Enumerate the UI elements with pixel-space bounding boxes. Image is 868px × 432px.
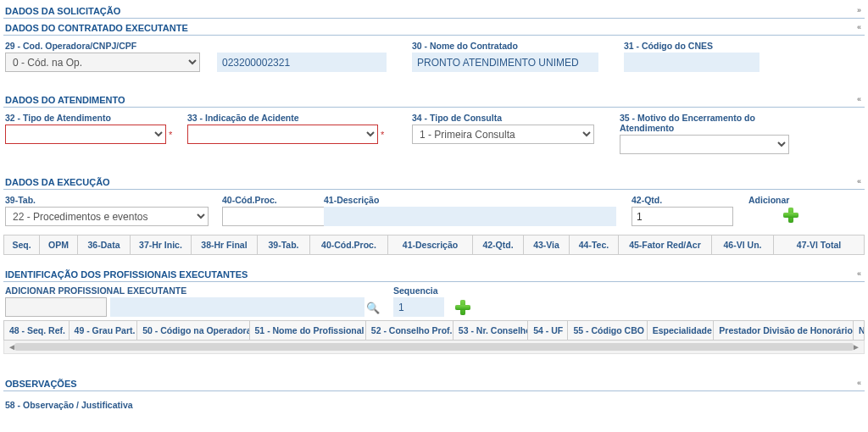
label-35: 35 - Motivo do Encerramento do Atendimen…: [620, 113, 789, 133]
th-52-conselho: 52 - Conselho Prof.: [366, 321, 453, 340]
label-58: 58 - Observação / Justificativa: [3, 400, 865, 410]
th-43-via: 43-Via: [524, 235, 570, 254]
label-41desc: 41-Descrição: [324, 195, 616, 205]
search-icon[interactable]: 🔍: [366, 302, 380, 314]
th-47-vltot: 47-Vl Total: [774, 235, 864, 254]
section-observacoes[interactable]: OBSERVAÇÕES «: [3, 376, 865, 391]
th-46-vlun: 46-Vl Un.: [712, 235, 774, 254]
th-55-cbo: 55 - Código CBO: [568, 321, 647, 340]
required-mark: *: [381, 130, 384, 140]
collapse-icon[interactable]: «: [857, 177, 861, 186]
label-adicionar: Adicionar: [748, 195, 799, 205]
label-29b: [217, 41, 387, 51]
label-32: 32 - Tipo de Atendimento: [5, 113, 175, 123]
section-title: DADOS DA EXECUÇÃO: [5, 177, 110, 187]
select-cod-operadora-tipo[interactable]: 0 - Cód. na Op.: [5, 53, 200, 72]
input-40-cod-proc[interactable]: [222, 207, 341, 226]
select-tipo-atendimento[interactable]: [5, 125, 166, 144]
horizontal-scrollbar[interactable]: ◄ ►: [3, 341, 865, 354]
section-contratado-executante[interactable]: DADOS DO CONTRATADO EXECUTANTE «: [3, 20, 865, 36]
select-tipo-consulta[interactable]: 1 - Primeira Consulta: [412, 125, 594, 144]
th-40-codproc: 40-Cód.Proc.: [310, 235, 388, 254]
th-opm: OPM: [40, 235, 78, 254]
th-37-hrinic: 37-Hr Inic.: [131, 235, 192, 254]
section-profissionais[interactable]: IDENTIFICAÇÃO DOS PROFISSIONAIS EXECUTAN…: [3, 267, 865, 282]
th-53-nrcons: 53 - Nr. Conselho: [453, 321, 528, 340]
section-dados-atendimento[interactable]: DADOS DO ATENDIMENTO «: [3, 92, 865, 108]
section-title: OBSERVAÇÕES: [5, 379, 77, 389]
label-sequencia: Sequencia: [393, 285, 444, 296]
nome-contratado: [412, 53, 598, 72]
descricao-41: [324, 207, 616, 226]
th-prestdiv: Prestador Divisão de Honorários: [714, 321, 854, 340]
prof-nome: [110, 297, 364, 317]
add-icon[interactable]: [782, 207, 799, 224]
label-29: 29 - Cod. Operadora/CNPJ/CPF: [5, 41, 200, 51]
label-30: 30 - Nome do Contratado: [412, 41, 598, 51]
input-prof-codigo[interactable]: [5, 297, 107, 317]
execucao-table-header: Seq. OPM 36-Data 37-Hr Inic. 38-Hr Final…: [3, 235, 865, 255]
collapse-icon[interactable]: «: [857, 379, 861, 387]
th-seq: Seq.: [4, 235, 40, 254]
th-nomep: Nome Pr: [854, 321, 864, 340]
th-44-tec: 44-Tec.: [570, 235, 619, 254]
section-dados-execucao[interactable]: DADOS DA EXECUÇÃO «: [3, 174, 865, 190]
section-dados-solicitacao[interactable]: DADOS DA SOLICITAÇÃO »: [3, 3, 865, 19]
required-mark: *: [169, 130, 172, 140]
collapse-icon[interactable]: «: [857, 95, 861, 103]
th-42-qtd: 42-Qtd.: [473, 235, 524, 254]
sequencia-value: [393, 297, 444, 317]
add-icon[interactable]: [454, 299, 471, 316]
expand-icon[interactable]: »: [857, 6, 861, 14]
cod-operadora-valor: [217, 53, 387, 72]
section-title: DADOS DO ATENDIMENTO: [5, 95, 125, 105]
section-title: DADOS DO CONTRATADO EXECUTANTE: [5, 23, 188, 33]
collapse-icon[interactable]: «: [857, 23, 861, 31]
label-31: 31 - Código do CNES: [624, 41, 760, 51]
th-49-graupart: 49 - Grau Part.: [70, 321, 138, 340]
section-title: DADOS DA SOLICITAÇÃO: [5, 6, 120, 16]
scrollbar-track[interactable]: [14, 343, 854, 351]
th-41-desc: 41-Descrição: [388, 235, 473, 254]
label-add-prof: ADICIONAR PROFISSIONAL EXECUTANTE: [5, 285, 380, 296]
input-42-qtd[interactable]: [632, 207, 733, 226]
th-38-hrfinal: 38-Hr Final: [192, 235, 258, 254]
label-40cod: 40-Cód.Proc.: [222, 195, 317, 205]
label-34: 34 - Tipo de Consulta: [412, 113, 594, 123]
th-especial: Especialidade: [648, 321, 715, 340]
select-motivo-encerramento[interactable]: [620, 135, 789, 154]
profissionais-table-header: 48 - Seq. Ref. 49 - Grau Part. 50 - Códi…: [3, 320, 865, 341]
label-39tab: 39-Tab.: [5, 195, 209, 205]
section-title: IDENTIFICAÇÃO DOS PROFISSIONAIS EXECUTAN…: [5, 269, 248, 280]
th-54-uf: 54 - UF: [528, 321, 568, 340]
codigo-cnes: [624, 53, 760, 72]
select-indicacao-acidente[interactable]: [187, 125, 378, 144]
label-33: 33 - Indicação de Acidente: [187, 113, 395, 123]
th-50-codop: 50 - Código na Operadora: [137, 321, 249, 340]
th-36-data: 36-Data: [78, 235, 131, 254]
collapse-icon[interactable]: «: [857, 269, 861, 278]
th-45-fator: 45-Fator Red/Acr: [619, 235, 712, 254]
label-42qtd: 42-Qtd.: [632, 195, 733, 205]
th-48-seqref: 48 - Seq. Ref.: [4, 321, 70, 340]
th-39-tab: 39-Tab.: [258, 235, 310, 254]
th-51-nomeprof: 51 - Nome do Profissional: [250, 321, 366, 340]
select-39-tab[interactable]: 22 - Procedimentos e eventos: [5, 207, 209, 226]
